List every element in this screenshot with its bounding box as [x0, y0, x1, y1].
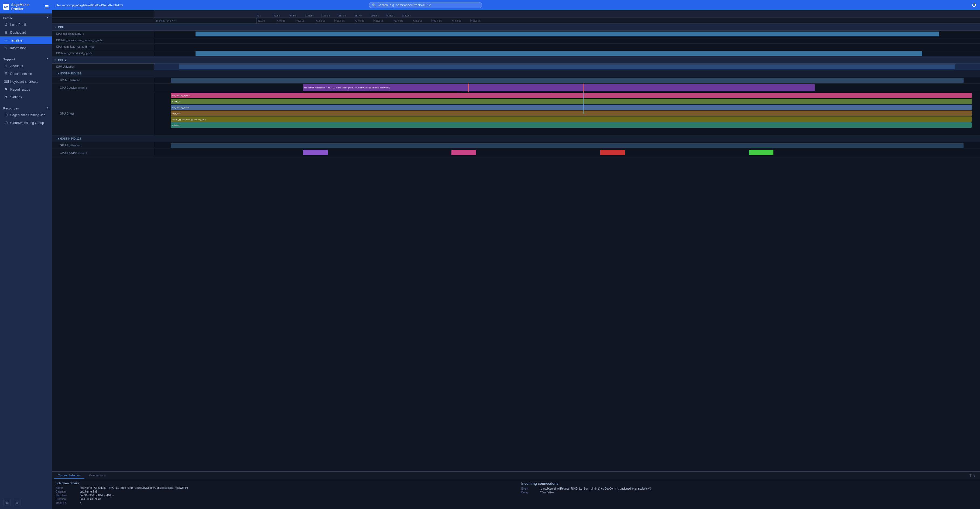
sidebar-item-load-profile[interactable]: ↺ Load Profile	[0, 21, 52, 29]
chevron-down-icon[interactable]: ∨	[973, 473, 976, 477]
track-canvas[interactable]	[154, 44, 980, 50]
search-icon: 🔍	[372, 3, 376, 7]
ztick-10: +43.6 us	[431, 19, 451, 22]
sidebar-item-timeline[interactable]: ≡ Timeline	[0, 37, 52, 44]
ztick-1: 331.3 s	[257, 19, 276, 22]
ztick-3: +8.6 us	[296, 19, 315, 22]
sidebar-item-dashboard[interactable]: ⊞ Dashboard	[0, 29, 52, 37]
gpu1-device-canvas[interactable]	[154, 149, 980, 157]
ruler-ticks: 0 s 42.5 s 84.5 s 126.8 s 169.1 s 211.4 …	[257, 10, 980, 17]
optimize-label: optimize	[172, 124, 180, 126]
step-bar[interactable]: step_233	[171, 111, 972, 116]
gpu1-event-3[interactable]	[600, 150, 625, 155]
timeline-area: 0 s 42.5 s 84.5 s 126.8 s 169.1 s 211.4 …	[52, 10, 980, 509]
ztick-11: +48.8 us	[451, 19, 470, 22]
sidebar-item-sagemaker-training[interactable]: ⬡ SageMaker Training Job	[0, 111, 52, 119]
detail-trackid-label: Track ID	[56, 501, 77, 504]
keyboard-icon: ⌨	[4, 80, 8, 84]
track-canvas[interactable]	[154, 31, 980, 37]
run-epoch-label: run_training_epoch	[172, 94, 190, 97]
sidebar-item-label: About us	[10, 64, 23, 68]
gpu-section-header[interactable]: ▼ GPUs	[52, 57, 980, 64]
run-training-batch-bar[interactable]: run_training_batch	[171, 105, 972, 110]
dashboard-icon: ⊞	[4, 30, 8, 35]
sidebar-item-label: Documentation	[10, 72, 32, 76]
tick-9: 380.5 s	[402, 14, 418, 17]
app-name: SageMaker Profiler	[11, 3, 43, 11]
power-icon[interactable]: ⏻	[972, 3, 976, 8]
detail-duration-row: Duration 8ms 930us 996ns	[56, 498, 511, 501]
profile-title: pt-resnet-smppy-1xg4dn-2023-05-19-23-07-…	[56, 3, 123, 7]
sidebar-item-report-issues[interactable]: ⚑ Report issuus	[0, 86, 52, 93]
conn-delay-value: 23us 842ns	[540, 491, 554, 494]
ztick-7: +28.6 us	[373, 19, 393, 22]
sidebar-item-cloudwatch[interactable]: ⬡ CloudWatch Log Group	[0, 119, 52, 127]
gpu0-host-canvas[interactable]: run_training_epoch epoch_1 run_training_…	[154, 92, 980, 135]
report-icon: ⚑	[4, 87, 8, 91]
bottom-content: Selection Details Name ncclKernel_AllRed…	[52, 479, 980, 509]
sum-util-canvas[interactable]	[154, 64, 980, 70]
nccl-kernel-label: ncclKernel_AllReduce_RING_LL_Sum_uint8_t…	[304, 86, 390, 89]
menu-icon[interactable]: ☰	[45, 4, 49, 10]
track-canvas[interactable]	[154, 37, 980, 43]
sidebar-item-information[interactable]: ℹ Information	[0, 44, 52, 52]
search-bar[interactable]: 🔍	[369, 2, 482, 8]
host0-expand-icon: ▼	[57, 72, 60, 75]
gpu0-util-canvas[interactable]	[154, 77, 980, 83]
track-label: CPU-itlb_misses.miss_causes_a_walk	[52, 37, 154, 43]
host1-label: HOST-0, PID-128	[60, 137, 81, 140]
profile-section-label: Profile ∧	[0, 13, 52, 21]
search-input[interactable]	[377, 3, 479, 7]
gpu0-stream1-canvas[interactable]: ncclKernel_AllReduce_RING_LL_Sum_uint8_t…	[154, 84, 980, 92]
track-label: CPU-uops_retired.stall_cycles	[52, 50, 154, 56]
support-collapse-icon[interactable]: ∧	[46, 57, 49, 61]
tab-connections[interactable]: Connections	[86, 472, 110, 479]
sidebar-item-about-us[interactable]: ℹ About us	[0, 62, 52, 70]
optimize-bar[interactable]: optimize	[171, 122, 972, 128]
nccl-kernel-bar[interactable]: ncclKernel_AllReduce_RING_LL_Sum_uint8_t…	[303, 84, 815, 91]
close-icon[interactable]: ✕	[174, 19, 176, 22]
filter-icon[interactable]: ⊤	[969, 473, 972, 477]
tab-current-selection[interactable]: Current Selection	[54, 472, 84, 479]
footer-icon-1[interactable]: ⊞	[3, 499, 11, 506]
cpu-section-label: CPU	[58, 25, 64, 29]
stream1-nccl-bar2[interactable]: {ncclDev...	[468, 92, 550, 92]
gpu-section-label: GPUs	[58, 59, 66, 62]
gpu1-event-4[interactable]	[749, 150, 774, 155]
sidebar-item-keyboard-shortcuts[interactable]: ⌨ Keyboard shortcuts	[0, 78, 52, 86]
cpu-section-header[interactable]: ▼ CPU	[52, 24, 980, 31]
bottom-panel-icons: ⊤ ∨	[969, 473, 978, 477]
sidebar: SM SageMaker Profiler ☰ Profile ∧ ↺ Load…	[0, 0, 52, 509]
gpu1-util-canvas[interactable]	[154, 142, 980, 148]
resources-collapse-icon[interactable]: ∧	[46, 107, 49, 110]
detail-starttime-value: 5m 31s 306ms 844us 416ns	[80, 494, 114, 497]
track-label: CPU-inst_retired.any_p	[52, 31, 154, 37]
ddp-strategy-bar[interactable]: [Strategy]DDPStrategy.training_step	[171, 116, 972, 122]
bottom-tabs: Current Selection Connections ⊤ ∨	[52, 472, 980, 479]
tick-3: 126.8 s	[305, 14, 321, 17]
footer-icon-2[interactable]: ⊟	[13, 499, 21, 506]
sidebar-item-documentation[interactable]: ☰ Documentation	[0, 70, 52, 78]
host0-header[interactable]: ▼ HOST-0, PID-126	[52, 70, 980, 77]
sidebar-item-label: Keyboard shortcuts	[10, 80, 38, 84]
track-canvas[interactable]	[154, 50, 980, 56]
time-ruler: 0 s 42.5 s 84.5 s 126.8 s 169.1 s 211.4 …	[52, 10, 980, 18]
epoch-bar[interactable]: epoch_1	[171, 99, 972, 104]
host1-header[interactable]: ▼ HOST-0, PID-128	[52, 135, 980, 142]
tick-4: 169.1 s	[321, 14, 337, 17]
selection-details: Selection Details Name ncclKernel_AllRed…	[56, 482, 511, 507]
settings-icon: ⚙	[4, 95, 8, 99]
detail-starttime-label: Start time	[56, 494, 77, 497]
sidebar-item-label: Timeline	[10, 38, 22, 42]
gpu1-event-2[interactable]	[452, 150, 476, 155]
track-row: CPU-uops_retired.stall_cycles	[52, 50, 980, 57]
sidebar-item-label: Dashboard	[10, 31, 26, 35]
profile-collapse-icon[interactable]: ∧	[46, 16, 49, 20]
timeline-body[interactable]: ▼ CPU CPU-inst_retired.any_p CPU-itlb_mi…	[52, 24, 980, 471]
sidebar-item-settings[interactable]: ⚙ Settings	[0, 93, 52, 101]
gpu-expand-icon: ▼	[54, 59, 56, 62]
run-training-epoch-bar[interactable]: run_training_epoch	[171, 93, 972, 98]
gpu1-event-1[interactable]	[303, 150, 328, 155]
incoming-connections: Incoming connections Event ↘ ncclKernel_…	[521, 482, 976, 507]
stream1-nccl-bar[interactable]: ncclKernel_AllReduce_RING_LL_Sum_uint8_t…	[171, 92, 460, 92]
